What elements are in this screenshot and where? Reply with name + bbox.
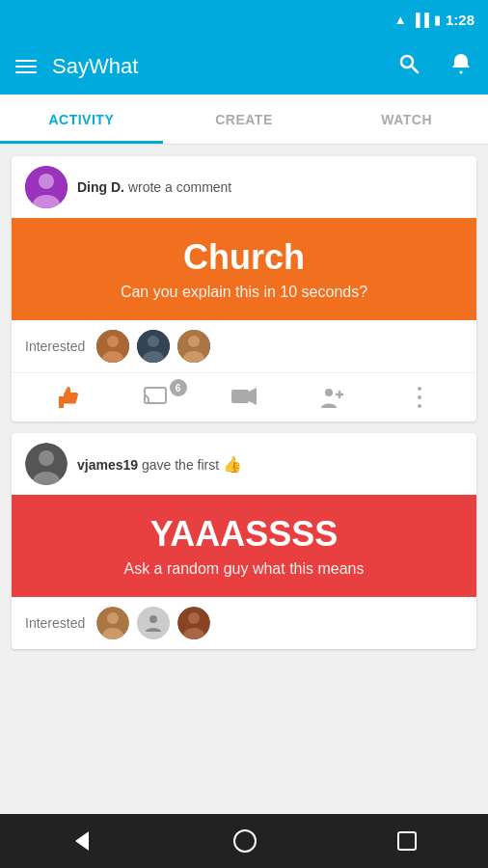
svg-rect-18	[231, 390, 249, 403]
activity-card-1: Ding D. wrote a comment Church Can you e…	[12, 156, 476, 421]
svg-marker-36	[75, 831, 89, 851]
svg-line-1	[412, 67, 419, 73]
svg-point-34	[188, 612, 200, 624]
content-area: Ding D. wrote a comment Church Can you e…	[0, 145, 488, 814]
card-1-interested-avatar-3	[177, 330, 210, 363]
card-2-emoji: 👍	[223, 456, 242, 473]
status-icons: ▲ ▐▐ ▮ 1:28	[394, 12, 474, 28]
svg-point-10	[148, 336, 159, 347]
card-2-banner-subtitle: Ask a random guy what this means	[123, 560, 364, 578]
svg-point-4	[39, 174, 54, 189]
video-button[interactable]	[201, 383, 288, 412]
wifi-icon: ▲	[394, 13, 407, 27]
app-title: SayWhat	[52, 54, 382, 79]
back-button[interactable]	[69, 828, 95, 854]
svg-point-24	[418, 395, 421, 399]
card-1-interested: Interested	[12, 320, 476, 373]
card-1-interested-avatar-2	[137, 330, 170, 363]
app-bar: SayWhat	[0, 39, 488, 95]
card-2-interested-avatar-2	[137, 607, 170, 639]
activity-card-2: vjames19 gave the first 👍 YAAASSSS Ask a…	[12, 433, 476, 649]
svg-point-25	[418, 404, 421, 408]
hamburger-menu-icon[interactable]	[15, 60, 37, 73]
add-friend-button[interactable]	[287, 383, 375, 412]
card-1-banner-subtitle: Can you explain this in 10 seconds?	[121, 284, 367, 301]
svg-point-37	[234, 830, 256, 852]
tab-watch[interactable]: WATCH	[325, 95, 488, 144]
svg-point-27	[39, 450, 54, 466]
card-1-header-text: Ding D. wrote a comment	[77, 179, 231, 195]
card-1-avatar	[25, 166, 68, 208]
search-icon[interactable]	[397, 52, 420, 81]
card-2-banner[interactable]: YAAASSSS Ask a random guy what this mean…	[12, 495, 476, 597]
more-options-button[interactable]	[375, 383, 463, 412]
card-2-header-text: vjames19 gave the first 👍	[77, 455, 242, 474]
tab-create[interactable]: CREATE	[163, 95, 326, 144]
comment-count-badge: 6	[170, 379, 187, 396]
signal-icon: ▐▐	[412, 13, 429, 27]
card-2-interested-avatar-1	[96, 607, 129, 639]
svg-point-13	[188, 336, 200, 347]
svg-point-7	[107, 336, 119, 347]
card-2-avatar	[25, 443, 68, 485]
battery-icon: ▮	[434, 13, 441, 27]
tab-bar: ACTIVITY CREATE WATCH	[0, 95, 488, 145]
home-button[interactable]	[232, 828, 258, 854]
card-2-interested-label: Interested	[25, 615, 85, 631]
card-1-actions: 6	[12, 373, 476, 421]
bottom-nav	[0, 814, 488, 868]
status-time: 1:28	[446, 12, 474, 28]
status-bar: ▲ ▐▐ ▮ 1:28	[0, 0, 488, 39]
recents-button[interactable]	[395, 829, 419, 853]
svg-marker-19	[249, 388, 257, 405]
card-1-banner[interactable]: Church Can you explain this in 10 second…	[12, 218, 476, 320]
comment-button[interactable]: 6	[113, 383, 201, 412]
svg-point-23	[418, 387, 421, 391]
card-1-header: Ding D. wrote a comment	[12, 156, 476, 218]
card-2-banner-title: YAAASSSS	[150, 514, 339, 555]
tab-activity[interactable]: ACTIVITY	[0, 95, 163, 144]
svg-rect-38	[398, 832, 416, 850]
bell-icon[interactable]	[449, 52, 473, 81]
like-button[interactable]	[25, 383, 113, 412]
card-2-interested-avatar-3	[177, 607, 210, 639]
card-1-interested-avatar-1	[96, 330, 129, 363]
svg-point-30	[107, 612, 119, 624]
svg-point-2	[460, 71, 463, 74]
svg-point-32	[149, 615, 157, 623]
card-1-interested-label: Interested	[25, 339, 85, 354]
svg-point-20	[325, 389, 333, 396]
card-2-interested: Interested	[12, 597, 476, 649]
card-1-banner-title: Church	[183, 237, 305, 278]
card-2-header: vjames19 gave the first 👍	[12, 433, 476, 495]
